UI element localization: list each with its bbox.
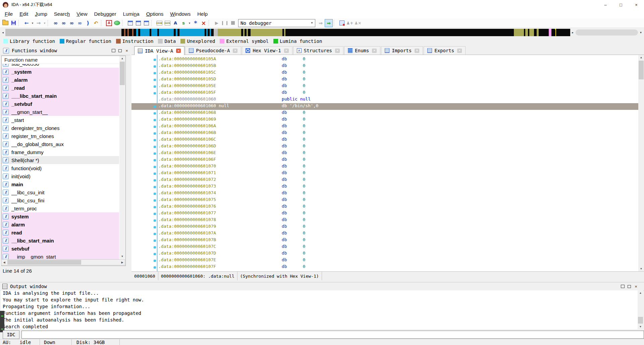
function-row-read[interactable]: fread xyxy=(2,228,119,236)
disasm-row[interactable]: .data:000000000060105A db 0 xyxy=(131,56,644,63)
make-code-icon[interactable]: CODE xyxy=(155,19,163,27)
navband-segment-olive[interactable] xyxy=(529,29,534,36)
debug-pause-icon[interactable] xyxy=(221,19,229,27)
navband-segment-black[interactable] xyxy=(211,29,214,36)
tab-ida-view-a[interactable]: IDA View-A✕ xyxy=(134,46,184,55)
disasm-row[interactable]: .data:000000000060105F db 0 xyxy=(131,90,644,96)
disassembly-listing[interactable]: .data:000000000060105A db 0.data:0000000… xyxy=(131,55,644,271)
minimize-button[interactable]: – xyxy=(598,0,613,9)
function-row-__do_global_dtors_aux[interactable]: f__do_global_dtors_aux xyxy=(2,140,119,148)
nav-forward-dropdown[interactable]: ▾ xyxy=(43,19,47,27)
attach-process-icon[interactable]: ⇒ xyxy=(317,19,325,27)
close-button[interactable]: × xyxy=(629,0,644,9)
navband-segment-cyan[interactable] xyxy=(179,29,205,36)
function-row-_setvbuf[interactable]: f_setvbuf xyxy=(2,100,119,108)
window-list-icon[interactable] xyxy=(126,19,134,27)
disasm-row[interactable]: .data:000000000060105C db 0 xyxy=(131,70,644,76)
function-row-__gmon_start__[interactable]: f__gmon_start__ xyxy=(2,108,119,116)
disasm-row[interactable]: .data:0000000000601069 db 0 xyxy=(131,117,644,123)
disasm-row[interactable]: .data:0000000000601075 db 0 xyxy=(131,197,644,204)
navband-segment-black[interactable] xyxy=(539,29,549,36)
navband-segment-cyan[interactable] xyxy=(151,29,157,36)
save-icon[interactable] xyxy=(9,19,17,27)
data-dropdown[interactable]: ▾ xyxy=(187,19,192,27)
disasm-row[interactable]: .data:0000000000601076 db 0 xyxy=(131,204,644,210)
navband-right-arrow[interactable]: ▸ xyxy=(571,29,575,36)
navband-segment-black[interactable] xyxy=(129,29,132,36)
tab-close-icon[interactable]: ✕ xyxy=(176,49,181,53)
function-row-shellchar[interactable]: fShell(char *) xyxy=(2,156,119,164)
window-tile-icon[interactable] xyxy=(134,19,142,27)
maximize-button[interactable]: □ xyxy=(613,0,629,9)
scroll-left-icon[interactable]: ◀ xyxy=(2,260,7,265)
nav-back-dropdown[interactable]: ▾ xyxy=(31,19,35,27)
make-data-icon[interactable]: DATA xyxy=(163,19,171,27)
chevron-down-icon[interactable]: ▼ xyxy=(309,21,315,24)
disasm-row[interactable]: .data:000000000060106B db 0 xyxy=(131,130,644,137)
disasm-row[interactable]: .data:0000000000601071 db 0 xyxy=(131,170,644,177)
disasm-row-highlighted[interactable]: .data:0000000000601060 null db '/bin/sh'… xyxy=(131,103,644,110)
navband-segment-gray[interactable] xyxy=(214,29,218,36)
functions-window-titlebar[interactable]: f Functions window × xyxy=(1,46,130,55)
make-ascii-icon[interactable]: A xyxy=(171,19,179,27)
tab-close-icon[interactable]: ✕ xyxy=(372,49,377,53)
navband-segment-olive[interactable] xyxy=(514,29,524,36)
function-row-_alarm[interactable]: f_alarm xyxy=(2,76,119,84)
function-row-___libc_start_main[interactable]: f___libc_start_main xyxy=(2,92,119,100)
function-row-_read[interactable]: f_read xyxy=(2,84,119,92)
menu-windows[interactable]: Windows xyxy=(167,10,194,18)
function-row-initvoid[interactable]: finit(void) xyxy=(2,172,119,180)
output-close-icon[interactable]: × xyxy=(633,283,639,289)
navband-segment-black[interactable] xyxy=(121,29,124,36)
function-row-system[interactable]: fsystem xyxy=(2,212,119,220)
debugger-combobox[interactable]: No debugger▼ xyxy=(238,19,315,27)
listing-vscroll-thumb[interactable] xyxy=(639,61,644,79)
navband-segment-black[interactable] xyxy=(248,29,251,36)
disasm-row[interactable]: .data:000000000060106E db 0 xyxy=(131,150,644,157)
search-next-icon[interactable]: ∞ xyxy=(76,19,84,27)
tab-close-icon[interactable]: ✕ xyxy=(335,49,340,53)
continue-process-icon[interactable]: ⇒ xyxy=(325,19,333,27)
function-row-main[interactable]: fmain xyxy=(2,180,119,188)
function-row-_term_proc[interactable]: f_term_proc xyxy=(2,204,119,212)
menu-file[interactable]: File xyxy=(1,10,16,18)
idc-command-input[interactable] xyxy=(21,331,644,339)
scroll-up-icon[interactable]: ▲ xyxy=(638,290,643,295)
tab-imports[interactable]: Imports✕ xyxy=(381,46,423,55)
functions-vscroll-thumb[interactable] xyxy=(120,62,125,85)
function-row-__libc_csu_fini[interactable]: f__libc_csu_fini xyxy=(2,196,119,204)
tab-enums[interactable]: Enums✕ xyxy=(344,46,380,55)
disasm-row[interactable]: .data:0000000000601070 db 0 xyxy=(131,163,644,170)
open-file-icon[interactable] xyxy=(1,19,9,27)
disasm-row[interactable]: .data:0000000000601068 db 0 xyxy=(131,110,644,117)
menu-search[interactable]: Search xyxy=(51,10,73,18)
function-row-alarm[interactable]: falarm xyxy=(2,220,119,228)
functions-close-icon[interactable]: × xyxy=(123,48,130,54)
tab-exports[interactable]: Exports✕ xyxy=(424,46,466,55)
disasm-row[interactable]: .data:0000000000601074 db 0 xyxy=(131,190,644,197)
disasm-row[interactable]: .data:000000000060106F db 0 xyxy=(131,157,644,163)
navband-segment-cyan[interactable] xyxy=(159,29,174,36)
scroll-down-icon[interactable]: ▼ xyxy=(638,324,643,329)
window-cascade-icon[interactable] xyxy=(142,19,150,27)
search-binoculars-icon[interactable]: ∞ xyxy=(52,19,60,27)
function-row-_system[interactable]: f_system xyxy=(2,68,119,76)
disasm-row[interactable]: .data:000000000060105D db 0 xyxy=(131,76,644,83)
output-window-titlebar[interactable]: Output window × xyxy=(0,282,644,291)
make-struct-icon[interactable]: s xyxy=(179,19,187,27)
function-name-column-header[interactable]: Function name xyxy=(2,56,119,64)
disasm-row[interactable]: .data:0000000000601077 db 0 xyxy=(131,210,644,217)
menu-jump[interactable]: Jump xyxy=(32,10,51,18)
function-row-frame_dummy[interactable]: fframe_dummy xyxy=(2,148,119,156)
disasm-row[interactable]: .data:000000000060107B db 0 xyxy=(131,237,644,244)
nav-forward-icon[interactable]: → xyxy=(35,19,43,27)
tab-close-icon[interactable]: ✕ xyxy=(284,49,289,53)
undefine-icon[interactable]: × xyxy=(200,19,208,27)
navband-segment-black[interactable] xyxy=(534,29,537,36)
functions-vscrollbar[interactable]: ▲ ▼ xyxy=(119,56,125,259)
tab-hex-view-1[interactable]: Hex View-1✕ xyxy=(242,46,292,55)
database-icon[interactable] xyxy=(338,19,346,27)
menu-help[interactable]: Help xyxy=(194,10,211,18)
search-sequence-icon[interactable]: ∞ xyxy=(68,19,76,27)
function-row-__libc_csu_init[interactable]: f__libc_csu_init xyxy=(2,188,119,196)
